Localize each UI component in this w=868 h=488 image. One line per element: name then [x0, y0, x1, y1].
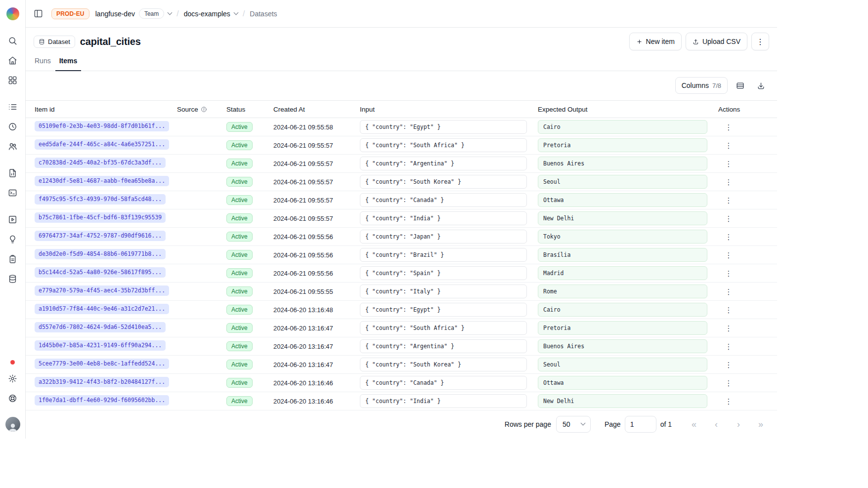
input-cell[interactable]: { "country": "South Africa" }	[360, 321, 527, 335]
column-header-expected-output[interactable]: Expected Output	[534, 106, 714, 113]
input-cell[interactable]: { "country": "India" }	[360, 394, 527, 408]
input-cell[interactable]: { "country": "Argentina" }	[360, 339, 527, 353]
input-cell[interactable]: { "country": "Egypt" }	[360, 303, 527, 317]
item-id-link[interactable]: 5cee7779-3e00-4eb8-be8c-1affedd524...	[35, 359, 169, 369]
expected-output-cell[interactable]: Ottawa	[538, 376, 707, 390]
column-header-created-at[interactable]: Created At	[269, 106, 356, 113]
item-id-link[interactable]: 1f0e7da1-dbff-4e60-929d-f6095602bb...	[35, 395, 169, 406]
breadcrumb-section[interactable]: Datasets	[250, 10, 277, 18]
next-page-icon[interactable]: ›	[730, 416, 747, 433]
new-item-button[interactable]: New item	[629, 33, 682, 50]
item-id-link[interactable]: eed5dafe-244f-465c-a84c-4a6e357251...	[35, 139, 169, 150]
input-cell[interactable]: { "country": "Canada" }	[360, 376, 527, 390]
support-icon[interactable]	[6, 391, 20, 405]
row-actions-icon[interactable]: ⋮	[721, 266, 736, 281]
expected-output-cell[interactable]: Pretoria	[538, 138, 707, 152]
datasets-icon[interactable]	[6, 272, 20, 285]
rows-per-page-select[interactable]: 50	[556, 416, 591, 433]
org-switcher[interactable]: langfuse-dev Team	[95, 8, 172, 19]
last-page-icon[interactable]: »	[752, 416, 769, 433]
prev-page-icon[interactable]: ‹	[708, 416, 725, 433]
row-actions-icon[interactable]: ⋮	[721, 357, 736, 372]
item-id-link[interactable]: c702838d-24d5-40a2-bf35-67dc3a3df...	[35, 158, 166, 168]
item-id-link[interactable]: 1d45b0e7-b85a-4231-9149-6ff90a294...	[35, 340, 166, 351]
expected-output-cell[interactable]: Seoul	[538, 175, 707, 189]
row-actions-icon[interactable]: ⋮	[721, 339, 736, 354]
page-number-input[interactable]	[625, 416, 656, 433]
expected-output-cell[interactable]: Pretoria	[538, 321, 707, 335]
first-page-icon[interactable]: «	[686, 416, 702, 433]
input-cell[interactable]: { "country": "Brazil" }	[360, 248, 527, 262]
item-id-link[interactable]: e779a270-579a-4f45-aec4-35b72d3bff...	[35, 285, 169, 296]
dashboards-icon[interactable]	[6, 73, 20, 87]
tab-items[interactable]: Items	[55, 52, 82, 71]
row-actions-icon[interactable]: ⋮	[721, 138, 736, 153]
row-actions-icon[interactable]: ⋮	[721, 229, 736, 244]
column-header-status[interactable]: Status	[222, 106, 269, 113]
input-cell[interactable]: { "country": "South Korea" }	[360, 358, 527, 371]
input-cell[interactable]: { "country": "Canada" }	[360, 193, 527, 207]
row-actions-icon[interactable]: ⋮	[721, 193, 736, 207]
row-actions-icon[interactable]: ⋮	[721, 284, 736, 299]
item-id-link[interactable]: d557e7d6-7802-4624-9da6-52d410ea5...	[35, 322, 166, 332]
project-switcher[interactable]: docs-examples	[184, 10, 238, 18]
input-cell[interactable]: { "country": "South Africa" }	[360, 138, 527, 152]
upload-csv-button[interactable]: Upload CSV	[686, 33, 747, 50]
item-id-link[interactable]: a1910d57-7f84-440c-9e46-a31c2d7e21...	[35, 304, 169, 314]
item-id-link[interactable]: b75c7861-1fbe-45cf-bdf6-83f139c95539	[35, 212, 166, 223]
input-cell[interactable]: { "country": "Spain" }	[360, 266, 527, 280]
input-cell[interactable]: { "country": "Egypt" }	[360, 120, 527, 134]
item-id-link[interactable]: e12430df-5e81-4687-aabb-f0ea65be8a...	[35, 176, 169, 186]
row-actions-icon[interactable]: ⋮	[721, 174, 736, 189]
column-header-item-id[interactable]: Item id	[26, 106, 173, 113]
row-actions-icon[interactable]: ⋮	[721, 375, 736, 390]
input-cell[interactable]: { "country": "Japan" }	[360, 230, 527, 244]
download-icon[interactable]	[752, 77, 769, 94]
expected-output-cell[interactable]: Brasília	[538, 248, 707, 262]
expected-output-cell[interactable]: Madrid	[538, 266, 707, 280]
row-actions-icon[interactable]: ⋮	[721, 211, 736, 226]
sessions-icon[interactable]	[6, 120, 20, 133]
playground-icon[interactable]	[6, 212, 20, 226]
input-cell[interactable]: { "country": "Italy" }	[360, 285, 527, 298]
expected-output-cell[interactable]: Seoul	[538, 358, 707, 371]
sidebar-toggle-icon[interactable]	[30, 5, 46, 22]
langfuse-logo-icon[interactable]	[6, 7, 19, 20]
expected-output-cell[interactable]: Cairo	[538, 303, 707, 317]
expected-output-cell[interactable]: Ottawa	[538, 193, 707, 207]
input-cell[interactable]: { "country": "South Korea" }	[360, 175, 527, 189]
row-actions-icon[interactable]: ⋮	[721, 394, 736, 408]
input-cell[interactable]: { "country": "India" }	[360, 211, 527, 225]
users-icon[interactable]	[6, 139, 20, 153]
prompts-icon[interactable]	[6, 186, 20, 200]
expected-output-cell[interactable]: Rome	[538, 285, 707, 298]
row-actions-icon[interactable]: ⋮	[721, 156, 736, 171]
item-id-link[interactable]: 69764737-34af-4752-9787-d90df9616...	[35, 231, 166, 241]
row-actions-icon[interactable]: ⋮	[721, 321, 736, 335]
tab-runs[interactable]: Runs	[31, 52, 55, 71]
user-avatar[interactable]	[5, 417, 20, 432]
search-icon[interactable]	[6, 34, 20, 47]
expected-output-cell[interactable]: Buenos Aires	[538, 339, 707, 353]
expected-output-cell[interactable]: New Delhi	[538, 211, 707, 225]
home-icon[interactable]	[6, 53, 20, 67]
expected-output-cell[interactable]: New Delhi	[538, 394, 707, 408]
env-badge[interactable]: PROD-EU	[51, 8, 89, 19]
row-height-icon[interactable]	[732, 77, 748, 94]
item-id-link[interactable]: 05109ef0-2e3b-4e03-98dd-8f7d01b61f...	[35, 121, 169, 131]
columns-button[interactable]: Columns 7/8	[675, 77, 728, 94]
item-id-link[interactable]: f4975c95-5fc3-4939-970d-58fa5cd48...	[35, 194, 166, 204]
expected-output-cell[interactable]: Buenos Aires	[538, 157, 707, 170]
scores-icon[interactable]	[6, 166, 20, 180]
tracing-icon[interactable]	[6, 100, 20, 114]
row-actions-icon[interactable]: ⋮	[721, 120, 736, 134]
row-actions-icon[interactable]: ⋮	[721, 247, 736, 262]
evaluation-icon[interactable]	[6, 232, 20, 246]
input-cell[interactable]: { "country": "Argentina" }	[360, 157, 527, 170]
settings-icon[interactable]	[6, 371, 20, 385]
judge-icon[interactable]	[6, 252, 20, 266]
column-header-input[interactable]: Input	[356, 106, 534, 113]
column-header-source[interactable]: Source	[173, 106, 222, 113]
row-actions-icon[interactable]: ⋮	[721, 302, 736, 317]
expected-output-cell[interactable]: Tokyo	[538, 230, 707, 244]
